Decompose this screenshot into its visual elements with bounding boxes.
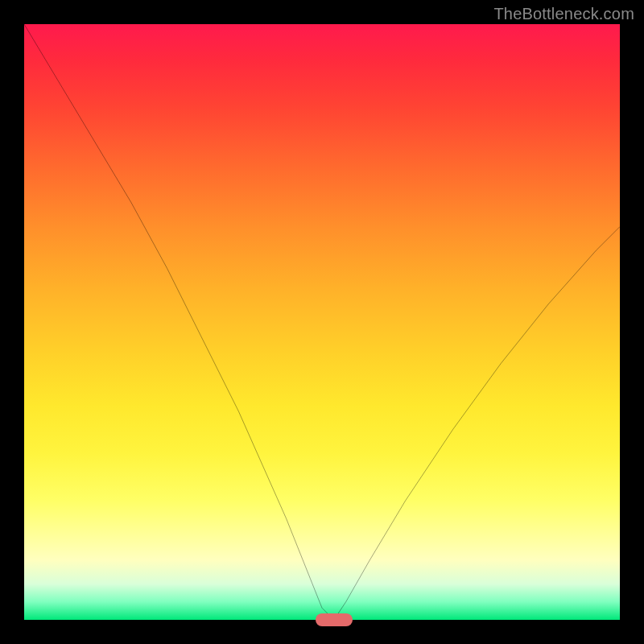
plot-area — [24, 24, 620, 620]
bottleneck-curve — [24, 24, 620, 620]
chart-container: TheBottleneck.com — [0, 0, 644, 644]
curve-path — [24, 24, 620, 620]
watermark-text: TheBottleneck.com — [493, 5, 634, 23]
minimum-marker — [316, 613, 353, 626]
